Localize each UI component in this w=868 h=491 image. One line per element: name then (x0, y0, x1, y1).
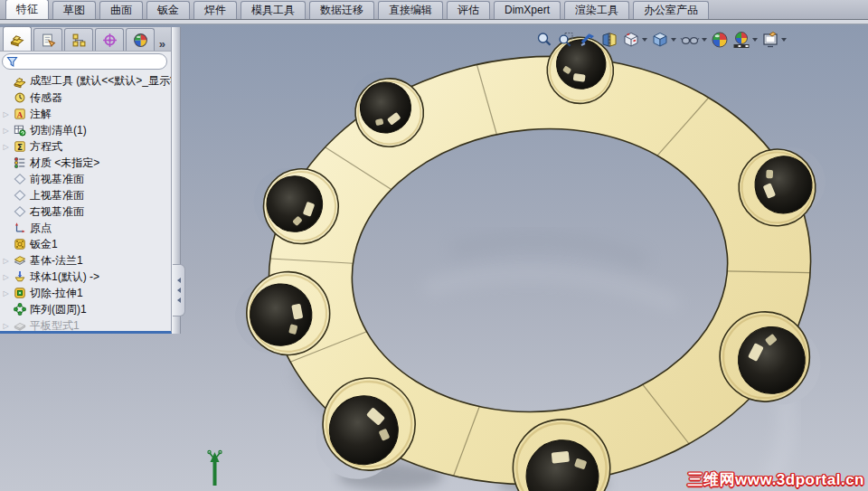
tab-office-products[interactable]: 办公室产品 (633, 1, 709, 19)
tree-root-forming-tool[interactable]: 成型工具 (默认<<默认>_显示状 (0, 72, 171, 90)
circular-pattern-icon (12, 302, 28, 316)
tree-item-cut-extrude[interactable]: ▷ 切除-拉伸1 (0, 285, 171, 301)
feature-tree-icon (9, 32, 25, 47)
view-orientation-button[interactable] (620, 30, 649, 50)
zoom-to-fit-button[interactable] (533, 30, 555, 50)
filter-funnel-icon (6, 56, 18, 68)
manager-tabs-overflow-chevron[interactable]: » (159, 37, 165, 51)
zoom-to-fit-icon (535, 31, 553, 49)
apply-scene-dropdown-caret[interactable] (752, 38, 758, 42)
tab-direct-editing[interactable]: 直接编辑 (378, 1, 443, 19)
edit-appearance-icon (711, 31, 729, 49)
display-style-dropdown-caret[interactable] (671, 38, 676, 42)
tab-evaluate[interactable]: 评估 (447, 1, 490, 19)
view-orientation-dropdown-caret[interactable] (642, 38, 647, 42)
graphics-viewport[interactable]: 三维网www.3dportal.cn » (0, 24, 868, 491)
headsup-view-toolbar (533, 30, 788, 50)
previous-view-button[interactable] (577, 30, 599, 50)
expander-icon[interactable]: ▷ (0, 322, 12, 330)
cut-extrude-icon (12, 286, 28, 300)
view-settings-button[interactable] (760, 30, 788, 50)
tree-item-annotations[interactable]: ▷ A 注解 (0, 106, 171, 122)
origin-icon (12, 221, 28, 235)
tree-filter-row (0, 52, 171, 71)
hide-show-items-button[interactable] (678, 30, 709, 50)
hide-show-items-icon (680, 31, 700, 49)
sheet-metal-icon (12, 237, 28, 251)
plane-icon (12, 204, 28, 219)
tree-item-base-flange[interactable]: ▷ 基体-法兰1 (0, 252, 171, 269)
zoom-to-area-icon (557, 31, 575, 49)
hide-show-items-dropdown-caret[interactable] (702, 38, 707, 42)
tab-render-tools[interactable]: 渲染工具 (564, 1, 629, 19)
forming-tool-part-icon (12, 74, 28, 89)
display-style-icon (651, 31, 669, 49)
tree-item-flat-pattern[interactable]: ▷ 平板型式1 (0, 317, 171, 334)
displaymanager-tab[interactable] (126, 28, 155, 51)
tab-dimxpert[interactable]: DimXpert (494, 1, 561, 19)
view-settings-icon (761, 31, 779, 49)
tree-item-cut-list[interactable]: ▷ 切割清单(1) (0, 122, 171, 138)
tab-mold-tools[interactable]: 模具工具 (241, 1, 306, 19)
watermark: 三维网www.3dportal.cn (688, 469, 864, 490)
tree-item-material[interactable]: 材质 <未指定> (0, 155, 171, 171)
tree-root-label: 成型工具 (默认<<默认>_显示状 (28, 73, 171, 89)
tree-item-sheet-metal[interactable]: 钣金1 (0, 236, 171, 252)
cut-list-icon (12, 123, 28, 137)
tab-data-migration[interactable]: 数据迁移 (309, 1, 374, 19)
dimxpert-target-icon (102, 33, 118, 48)
tree-item-origin[interactable]: 原点 (0, 220, 171, 236)
apply-scene-button[interactable] (731, 30, 760, 50)
plane-icon (12, 172, 28, 186)
derived-part-icon (12, 269, 28, 284)
display-sphere-icon (133, 33, 148, 48)
expander-icon[interactable]: ▷ (0, 289, 12, 297)
material-icon (12, 156, 28, 170)
tab-sheet-metal[interactable]: 钣金 (146, 1, 190, 19)
expander-icon[interactable]: ▷ (0, 143, 12, 151)
tree-item-sphere1[interactable]: ▷ 球体1(默认) -> (0, 269, 171, 285)
tree-item-circular-pattern[interactable]: 阵列(圆周)1 (0, 301, 171, 317)
feature-tree: 成型工具 (默认<<默认>_显示状 传感器 ▷ A 注解 ▷ 切割清单(1) (0, 71, 171, 334)
tab-surfaces[interactable]: 曲面 (99, 1, 143, 19)
tree-filter-pill (2, 53, 167, 70)
command-manager-tabbar: 特征 草图 曲面 钣金 焊件 模具工具 数据迁移 直接编辑 评估 DimXper… (0, 0, 868, 20)
tree-item-equations[interactable]: ▷ Σ 方程式 (0, 138, 171, 155)
feature-manager-panel: » 成型工具 (默认<<默认>_显示状 传感器 (0, 27, 172, 334)
tree-item-right-plane[interactable]: 右视基准面 (0, 203, 171, 220)
edit-appearance-button[interactable] (709, 30, 731, 50)
configurationmanager-tab[interactable] (64, 28, 93, 51)
plane-icon (12, 188, 28, 203)
expander-icon[interactable]: ▷ (0, 273, 12, 281)
flat-pattern-icon (12, 318, 28, 333)
expander-icon[interactable]: ▷ (0, 110, 12, 118)
section-view-button[interactable] (599, 30, 620, 50)
expander-icon[interactable]: ▷ (0, 257, 12, 265)
zoom-to-area-button[interactable] (555, 30, 577, 50)
display-style-button[interactable] (649, 30, 678, 50)
previous-view-icon (579, 31, 597, 49)
tab-sketch[interactable]: 草图 (52, 1, 96, 19)
dimxpertmanager-tab[interactable] (95, 28, 124, 51)
manager-tab-strip: » (0, 27, 171, 52)
sensors-icon (12, 90, 28, 105)
tab-features[interactable]: 特征 (5, 0, 49, 19)
expander-icon[interactable]: ▷ (0, 127, 12, 135)
featuremanager-tab[interactable] (3, 26, 32, 51)
section-view-icon (600, 31, 618, 49)
tree-item-sensors[interactable]: 传感器 (0, 90, 171, 106)
tree-filter-input[interactable] (18, 55, 163, 69)
configuration-manager-icon (71, 33, 87, 48)
tree-item-top-plane[interactable]: 上视基准面 (0, 187, 171, 203)
svg-text:Σ: Σ (17, 143, 23, 152)
annotations-icon: A (12, 107, 28, 121)
propertymanager-tab[interactable] (33, 28, 62, 51)
view-settings-dropdown-caret[interactable] (781, 38, 787, 42)
panel-collapse-handle[interactable] (173, 264, 185, 316)
view-orientation-icon (622, 31, 640, 49)
equations-icon: Σ (12, 139, 28, 154)
tab-weldments[interactable]: 焊件 (193, 1, 237, 19)
tree-item-front-plane[interactable]: 前视基准面 (0, 171, 171, 187)
coordinate-triad (203, 448, 228, 489)
base-flange-icon (12, 253, 28, 268)
